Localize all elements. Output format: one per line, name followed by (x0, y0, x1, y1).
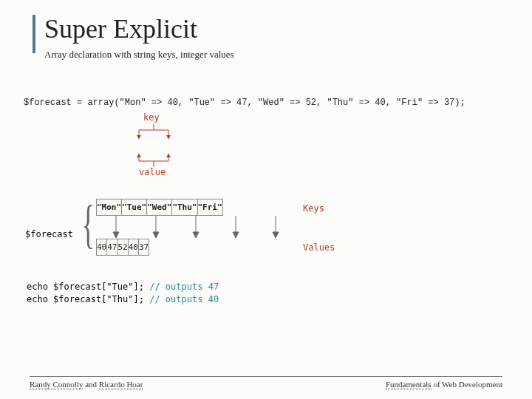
mapping-arrows-icon (96, 216, 296, 238)
author-name: Randy Connolly (30, 380, 83, 389)
value-cell: 40 (97, 239, 107, 256)
slide-footer: Randy Connolly and Ricardo Hoar Fundamen… (30, 376, 502, 389)
values-side-label: Values (303, 242, 335, 253)
value-bracket-icon (133, 154, 174, 167)
author-name: Ricardo Hoar (99, 380, 143, 389)
keys-table: "Mon" "Tue" "Wed" "Thu" "Fri" (96, 199, 223, 216)
echo-examples: echo $forecast["Tue"]; // outputs 47 ech… (27, 281, 219, 306)
forecast-variable-label: $forecast (25, 229, 73, 239)
svg-marker-13 (113, 232, 119, 238)
svg-marker-11 (166, 154, 171, 157)
value-cell: 40 (128, 239, 138, 256)
keys-side-label: Keys (303, 203, 324, 214)
value-annotation: value (139, 167, 166, 177)
values-table: 40 47 52 40 37 (96, 239, 149, 256)
slide-title: Super Explicit (44, 13, 502, 44)
key-cell: "Wed" (147, 200, 172, 216)
key-cell: "Fri" (197, 200, 222, 216)
key-cell: "Mon" (97, 200, 122, 216)
value-cell: 37 (139, 239, 149, 256)
accent-bar (33, 15, 35, 53)
value-cell: 52 (117, 239, 128, 256)
code-declaration: $forecast = array("Mon" => 40, "Tue" => … (24, 96, 502, 110)
svg-marker-5 (166, 135, 171, 139)
key-cell: "Thu" (172, 200, 197, 216)
key-cell: "Tue" (122, 200, 147, 216)
svg-marker-17 (193, 232, 199, 238)
echo-line: echo $forecast["Tue"]; // outputs 47 (27, 281, 219, 293)
echo-line: echo $forecast["Thu"]; // outputs 40 (27, 293, 219, 306)
key-bracket-icon (133, 124, 174, 143)
key-annotation: key (143, 112, 160, 123)
value-cell: 47 (107, 239, 117, 256)
svg-marker-10 (137, 154, 141, 157)
svg-marker-15 (153, 232, 159, 238)
svg-marker-21 (273, 232, 279, 238)
book-title-part: Fundamentals (386, 380, 432, 389)
svg-marker-4 (137, 135, 141, 139)
slide-subtitle: Array declaration with string keys, inte… (44, 49, 502, 61)
brace-icon: { (82, 197, 95, 250)
svg-marker-19 (233, 232, 239, 238)
